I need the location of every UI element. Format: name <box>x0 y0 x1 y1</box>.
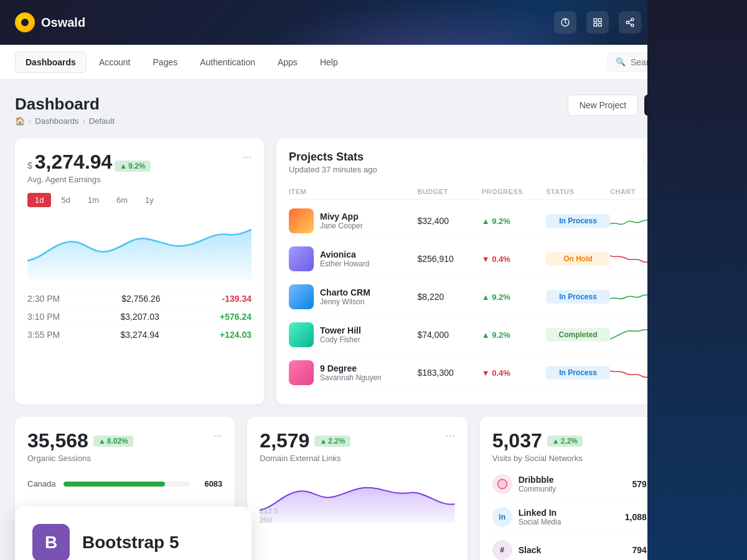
nav-items: Dashboards Account Pages Authentication … <box>15 52 608 73</box>
domain-links-card: 2,579 ▲ 2.2% Domain External Links ··· <box>247 417 467 560</box>
domain-label: Domain External Links <box>260 454 350 463</box>
svg-rect-5 <box>599 23 602 26</box>
organic-badge: ▲ 8.02% <box>93 436 133 447</box>
view-btn-4[interactable]: → <box>662 364 679 381</box>
project-name-3: Tower Hill <box>320 325 361 335</box>
budget-3: $74,000 <box>417 330 481 340</box>
organic-number: 35,568 <box>27 429 88 452</box>
social-label: Visits by Social Networks <box>492 454 583 463</box>
status-3: Completed <box>546 328 610 342</box>
dribbble-badge: ▲ 2.6% <box>652 478 687 490</box>
table-row: Charto CRM Jenny Wilson $8,220 ▲ 9.2% In… <box>289 278 687 316</box>
earnings-chart <box>27 217 251 279</box>
domain-chart: 250 212.5 <box>260 473 454 523</box>
svg-point-8 <box>631 24 634 27</box>
filter-1d[interactable]: 1d <box>27 193 51 207</box>
status-0: In Process <box>546 214 610 228</box>
earnings-card: $ 3,274.94 ▲ 9.2% Avg. Agent Earnings ··… <box>15 138 264 404</box>
filter-1m[interactable]: 1m <box>80 193 106 207</box>
nav-help[interactable]: Help <box>310 52 348 72</box>
social-badge: ▲ 2.2% <box>547 436 583 447</box>
nav-bar: Dashboards Account Pages Authentication … <box>0 45 747 80</box>
avatar[interactable] <box>651 11 674 34</box>
domain-badge: ▲ 2.2% <box>314 436 350 447</box>
view-btn-1[interactable]: → <box>662 250 679 268</box>
svg-point-6 <box>631 18 634 21</box>
home-icon: 🏠 <box>15 116 25 126</box>
more-options-icon[interactable]: ··· <box>242 151 251 164</box>
slack-value: 794 <box>632 545 646 555</box>
social-more-icon[interactable]: ··· <box>678 429 687 442</box>
filter-1y[interactable]: 1y <box>138 193 161 207</box>
social-rows: Dribbble Community 579 ▲ 2.6% in <box>492 468 687 560</box>
col-budget: BUDGET <box>417 188 481 195</box>
country-bar-canada <box>63 482 165 487</box>
table-row: Avionica Esther Howard $256,910 ▼ 0.4% O… <box>289 240 687 278</box>
project-owner-3: Cody Fisher <box>320 335 361 344</box>
time-filters: 1d 5d 1m 6m 1y <box>27 193 251 207</box>
nav-pages[interactable]: Pages <box>143 52 188 72</box>
stat-change-2: +576.24 <box>220 312 251 322</box>
progress-3: ▲ 9.2% <box>482 330 546 340</box>
share-icon[interactable] <box>619 11 641 34</box>
view-btn-2[interactable]: → <box>662 288 679 306</box>
bootstrap5-overlay: B Bootstrap 5 <box>15 506 251 560</box>
linkedin-type: Social Media <box>519 518 625 526</box>
app-name: Oswald <box>41 16 85 30</box>
earnings-amount-area: $ 3,274.94 ▲ 9.2% <box>27 151 151 174</box>
project-owner-0: Jane Cooper <box>320 222 363 230</box>
budget-2: $8,220 <box>417 292 481 302</box>
stat-change-3: +124.03 <box>220 330 251 340</box>
country-canada: Canada <box>27 479 56 488</box>
nav-account[interactable]: Account <box>89 52 141 72</box>
nav-apps[interactable]: Apps <box>268 52 308 72</box>
search-input[interactable] <box>631 57 724 67</box>
stat-val-2: $3,207.03 <box>120 312 159 322</box>
progress-0: ▲ 9.2% <box>482 217 546 226</box>
earnings-label: Avg. Agent Earnings <box>27 175 151 184</box>
social-number: 5,037 <box>492 429 542 452</box>
grid-icon[interactable] <box>586 11 609 34</box>
progress-2: ▲ 9.2% <box>482 292 546 302</box>
domain-more-icon[interactable]: ··· <box>446 429 455 442</box>
stat-val-3: $3,274.94 <box>120 330 159 340</box>
new-project-button[interactable]: New Project <box>568 95 638 116</box>
dribbble-icon <box>492 474 512 494</box>
view-btn-0[interactable]: → <box>662 212 679 230</box>
linkedin-icon: in <box>492 507 512 527</box>
header-buttons: New Project Reports <box>568 95 700 116</box>
filter-6m[interactable]: 6m <box>109 193 135 207</box>
nav-authentication[interactable]: Authentication <box>190 52 265 72</box>
svg-point-0 <box>565 19 566 20</box>
logo-area: Oswald <box>15 12 554 32</box>
social-row-dribbble: Dribbble Community 579 ▲ 2.6% <box>492 468 687 501</box>
map-row-canada: Canada 6083 <box>27 475 222 492</box>
breadcrumb-dashboards[interactable]: Dashboards <box>35 116 78 126</box>
projects-stats-card: Projects Stats Updated 37 minutes ago Hi… <box>276 138 700 404</box>
stat-val-1: $2,756.26 <box>121 294 160 304</box>
slack-icon: # <box>492 540 512 560</box>
slack-name: Slack <box>519 545 632 555</box>
notification-icon[interactable] <box>554 11 576 34</box>
slack-badge: ▲ 0.2% <box>652 544 687 556</box>
chart-2 <box>610 287 660 306</box>
bootstrap5-text: Bootstrap 5 <box>82 533 179 553</box>
stat-time-2: 3:10 PM <box>27 312 60 322</box>
organic-more-icon[interactable]: ··· <box>213 429 222 442</box>
filter-5d[interactable]: 5d <box>54 193 77 207</box>
progress-1: ▼ 0.4% <box>482 254 546 264</box>
invite-button[interactable]: + Invite <box>684 12 732 32</box>
history-button[interactable]: History <box>644 151 687 166</box>
reports-button[interactable]: Reports <box>644 95 700 116</box>
view-btn-3[interactable]: → <box>662 326 679 343</box>
country-val-canada: 6083 <box>197 479 222 488</box>
top-header: Oswald + Invite <box>0 0 747 45</box>
table-row: 9 Degree Savannah Nguyen $183,300 ▼ 0.4%… <box>289 354 687 392</box>
chart-3 <box>610 325 660 344</box>
page-header: Dashboard 🏠 › Dashboards › Default New P… <box>15 95 700 126</box>
breadcrumb-default: Default <box>89 116 115 126</box>
nav-dashboards[interactable]: Dashboards <box>15 52 87 73</box>
social-row-slack: # Slack 794 ▲ 0.2% <box>492 534 687 560</box>
project-name-2: Charto CRM <box>320 287 370 297</box>
svg-line-10 <box>629 20 632 22</box>
